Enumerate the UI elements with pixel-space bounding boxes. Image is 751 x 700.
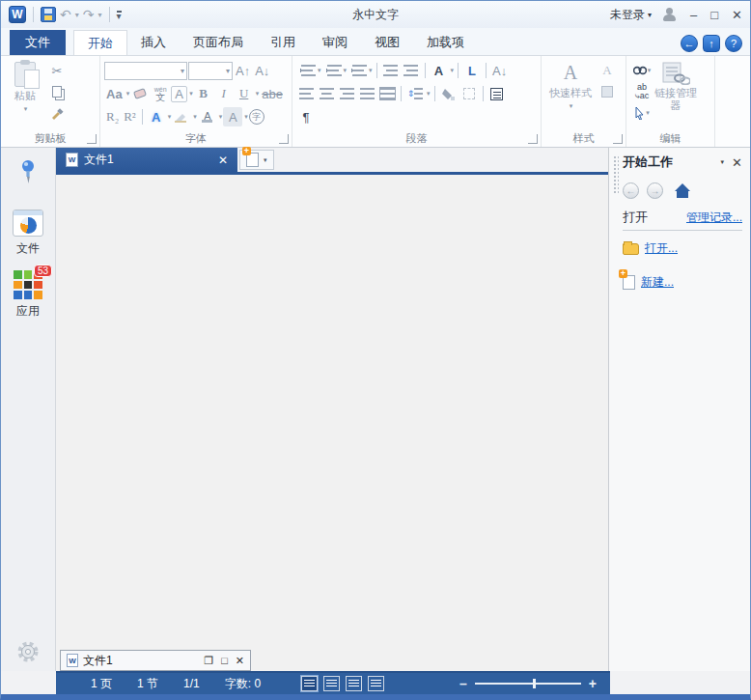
print-layout-view-icon[interactable] bbox=[301, 676, 318, 691]
pushpin-icon[interactable] bbox=[17, 159, 39, 184]
pane-forward-icon[interactable]: → bbox=[647, 182, 663, 199]
settings-gear-icon[interactable] bbox=[16, 640, 40, 663]
new-document-button[interactable]: ▾ bbox=[239, 150, 274, 170]
document-tab[interactable]: W 文件1 ✕ bbox=[56, 148, 237, 172]
pane-grip[interactable] bbox=[613, 155, 619, 194]
zoom-slider[interactable] bbox=[475, 683, 581, 685]
close-button[interactable]: ✕ bbox=[732, 8, 742, 22]
select-icon[interactable]: ▾ bbox=[632, 103, 652, 123]
paste-button[interactable]: 粘贴 ▾ bbox=[5, 59, 45, 130]
collapse-ribbon-icon[interactable]: ↑ bbox=[703, 35, 720, 52]
open-link[interactable]: 打开... bbox=[645, 240, 678, 257]
restore-icon[interactable]: ❐ bbox=[204, 655, 213, 667]
open-file-row[interactable]: 打开... bbox=[623, 240, 742, 257]
new-link[interactable]: 新建... bbox=[641, 274, 674, 291]
justify-icon[interactable] bbox=[357, 84, 376, 103]
zoom-slider-thumb[interactable] bbox=[533, 679, 536, 688]
tab-stop-icon[interactable]: L bbox=[462, 61, 482, 80]
close-icon[interactable]: ✕ bbox=[236, 655, 244, 667]
draft-view-icon[interactable] bbox=[346, 676, 362, 691]
minimized-document-window[interactable]: W 文件1 ❐ □ ✕ bbox=[60, 650, 251, 671]
shrink-font-icon[interactable]: A↓ bbox=[253, 61, 271, 80]
pane-dropdown-icon[interactable]: ▾ bbox=[721, 158, 725, 166]
line-spacing-icon[interactable]: ⇕ bbox=[405, 84, 425, 103]
back-icon[interactable]: ← bbox=[681, 35, 698, 52]
tab-view[interactable]: 视图 bbox=[361, 30, 413, 55]
character-shading-icon[interactable]: A bbox=[223, 107, 242, 126]
paragraph-layout-icon[interactable] bbox=[487, 84, 507, 103]
align-left-icon[interactable] bbox=[296, 84, 316, 103]
undo-dropdown-icon[interactable]: ▾ bbox=[75, 11, 79, 19]
style-set-icon[interactable] bbox=[598, 82, 617, 101]
tab-file[interactable]: 文件 bbox=[10, 30, 66, 55]
manage-records-link[interactable]: 管理记录... bbox=[686, 210, 742, 226]
grow-font-icon[interactable]: A↑ bbox=[234, 61, 252, 80]
user-avatar-icon[interactable] bbox=[661, 7, 677, 22]
page-ratio[interactable]: 1/1 bbox=[183, 677, 200, 690]
minimize-button[interactable]: – bbox=[690, 8, 697, 22]
italic-icon[interactable]: I bbox=[214, 84, 234, 103]
dialog-launcher-icon[interactable] bbox=[613, 134, 623, 144]
quick-styles-button[interactable]: A 快速样式 ▾ bbox=[545, 59, 596, 130]
distribute-icon[interactable] bbox=[377, 84, 397, 103]
font-color-icon[interactable]: A bbox=[198, 107, 217, 126]
decrease-indent-icon[interactable] bbox=[381, 61, 401, 80]
copy-icon[interactable] bbox=[47, 82, 67, 101]
borders-icon[interactable] bbox=[459, 84, 479, 103]
read-mode-view-icon[interactable] bbox=[368, 676, 384, 691]
show-marks-icon[interactable]: ¶ bbox=[296, 107, 316, 126]
word-count[interactable]: 字数: 0 bbox=[225, 676, 261, 692]
tab-review[interactable]: 审阅 bbox=[309, 30, 361, 55]
phonetic-guide-icon[interactable]: wén 文 bbox=[151, 84, 170, 103]
tab-page-layout[interactable]: 页面布局 bbox=[180, 30, 257, 55]
numbered-list-icon[interactable] bbox=[322, 61, 342, 80]
login-menu[interactable]: 未登录 ▾ bbox=[610, 7, 652, 23]
align-center-icon[interactable] bbox=[317, 84, 336, 103]
increase-indent-icon[interactable] bbox=[402, 61, 421, 80]
subscript-icon[interactable]: R₂ bbox=[104, 107, 121, 126]
pane-back-icon[interactable]: ← bbox=[623, 182, 639, 199]
superscript-icon[interactable]: R² bbox=[122, 107, 138, 126]
bullet-list-icon[interactable] bbox=[296, 61, 316, 80]
customize-toolbar-icon[interactable]: ▾ bbox=[117, 11, 122, 19]
save-icon[interactable] bbox=[41, 7, 56, 22]
find-icon[interactable]: ▾ bbox=[632, 61, 652, 80]
tab-insert[interactable]: 插入 bbox=[127, 30, 180, 55]
redo-dropdown-icon[interactable]: ▾ bbox=[97, 11, 101, 19]
cut-icon[interactable]: ✂ bbox=[47, 61, 67, 80]
font-size-combobox[interactable]: ▾ bbox=[188, 62, 233, 80]
strikethrough-icon[interactable]: abe bbox=[260, 84, 285, 103]
close-document-icon[interactable]: ✕ bbox=[218, 154, 228, 167]
dialog-launcher-icon[interactable] bbox=[87, 134, 97, 144]
change-case-icon[interactable]: Aa bbox=[104, 84, 125, 103]
app-icon[interactable]: W bbox=[9, 6, 26, 23]
text-direction-icon[interactable]: A bbox=[430, 61, 449, 80]
character-style-icon[interactable]: A bbox=[598, 61, 617, 80]
format-painter-icon[interactable] bbox=[47, 103, 67, 123]
maximize-icon[interactable]: □ bbox=[221, 655, 228, 667]
replace-icon[interactable]: ab ⤷ac bbox=[632, 82, 652, 101]
zoom-in-icon[interactable]: + bbox=[589, 676, 597, 691]
bold-icon[interactable]: B bbox=[194, 84, 213, 103]
zoom-out-icon[interactable]: – bbox=[459, 676, 467, 691]
enclose-character-icon[interactable]: 字 bbox=[249, 109, 264, 125]
sidebar-item-files[interactable]: 文件 bbox=[13, 210, 43, 257]
text-effects-icon[interactable]: A bbox=[147, 107, 166, 126]
pane-home-icon[interactable] bbox=[675, 183, 692, 199]
page-count[interactable]: 1 页 bbox=[91, 676, 112, 692]
dialog-launcher-icon[interactable] bbox=[528, 134, 538, 144]
sort-icon[interactable]: A↓ bbox=[490, 61, 509, 80]
document-canvas[interactable]: W 文件1 ❐ □ ✕ bbox=[56, 175, 608, 671]
tab-references[interactable]: 引用 bbox=[257, 30, 309, 55]
new-file-row[interactable]: 新建... bbox=[623, 274, 742, 291]
section-count[interactable]: 1 节 bbox=[137, 676, 158, 692]
pane-close-icon[interactable]: ✕ bbox=[732, 155, 742, 170]
dialog-launcher-icon[interactable] bbox=[279, 134, 289, 144]
undo-icon[interactable]: ↶ bbox=[60, 8, 71, 21]
sidebar-item-apps[interactable]: 53 应用 bbox=[14, 270, 42, 320]
maximize-button[interactable]: □ bbox=[710, 8, 718, 22]
font-name-combobox[interactable]: ▾ bbox=[104, 62, 187, 80]
underline-icon[interactable]: U bbox=[235, 84, 254, 103]
tab-addins[interactable]: 加载项 bbox=[413, 30, 478, 55]
align-right-icon[interactable] bbox=[337, 84, 356, 103]
